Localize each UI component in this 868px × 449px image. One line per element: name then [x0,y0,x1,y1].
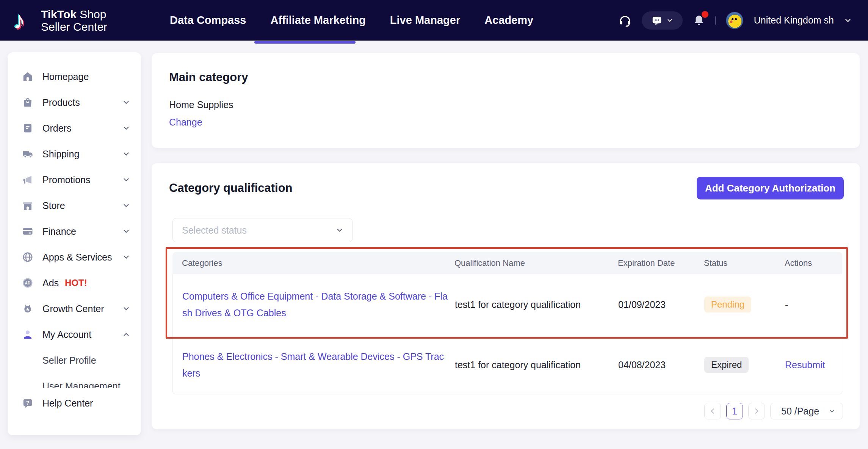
status-filter-select[interactable]: Selected status [172,218,353,242]
status-badge: Pending [704,297,751,312]
sidebar-item-shipping[interactable]: Shipping [8,141,141,167]
sidebar: Homepage Products Orders Shipping [8,52,141,435]
avatar[interactable] [726,12,743,29]
header-divider [715,16,716,25]
chevron-down-icon [335,226,344,234]
credit-card-icon [21,226,34,237]
ads-icon: AD [21,277,34,289]
account-region-label[interactable]: United Kingdom sh [754,15,834,26]
col-categories: Categories [182,258,222,268]
sidebar-menu: Homepage Products Orders Shipping [8,64,141,388]
main-category-title: Main category [169,71,248,84]
pagination: 1 50 /Page [704,403,843,419]
sidebar-item-promotions[interactable]: Promotions [8,167,141,193]
top-header: ♪♪♪ TikTok Shop Seller Center Data Compa… [0,0,868,41]
status-filter-placeholder: Selected status [182,225,247,236]
chevron-down-icon [122,124,130,132]
logo-brand: TikTok [41,8,77,20]
qualification-table: Categories Qualification Name Expiration… [172,252,842,394]
chevron-down-icon [666,17,673,24]
chevron-down-icon [122,227,130,235]
category-qualification-card: Category qualification Add Category Auth… [152,163,860,429]
sidebar-item-user-management[interactable]: User Management [8,373,141,388]
chat-menu-button[interactable] [642,11,683,30]
sidebar-item-homepage[interactable]: Homepage [8,64,141,89]
chevron-down-icon [122,98,130,107]
logo-text: TikTok Shop Seller Center [41,8,107,33]
table-header-row: Categories Qualification Name Expiration… [172,252,842,274]
chevron-right-icon [753,407,760,415]
row-action: - [785,299,788,310]
next-page-button[interactable] [748,403,765,419]
sidebar-item-products[interactable]: Products [8,89,141,115]
shopping-bag-icon [21,97,34,108]
col-expiration-date: Expiration Date [618,258,675,268]
medal-icon [21,303,34,314]
home-icon [21,71,34,82]
col-actions: Actions [785,258,812,268]
storefront-icon [21,200,34,211]
chevron-up-icon [122,330,130,339]
header-actions: United Kingdom sh [618,0,852,41]
tiktok-note-icon: ♪♪♪ [11,7,36,34]
main-category-card: Main category Home Supplies Change [152,53,860,148]
table-row: Computers & Office Equipment - Data Stor… [172,274,842,335]
help-icon: ? [21,397,34,409]
sidebar-item-store[interactable]: Store [8,193,141,218]
sidebar-item-growth-center[interactable]: Growth Center [8,296,141,322]
notification-dot [702,11,708,18]
sidebar-item-my-account[interactable]: My Account [8,322,141,347]
sidebar-item-ads[interactable]: AD Ads HOT! [8,270,141,296]
prev-page-button[interactable] [704,403,721,419]
sidebar-item-finance[interactable]: Finance [8,218,141,244]
table-row: Phones & Electronics - Smart & Wearable … [172,335,842,394]
expiration-date: 01/09/2023 [618,299,666,310]
current-page-button[interactable]: 1 [726,403,743,419]
globe-icon [21,251,34,263]
col-qualification-name: Qualification Name [454,258,525,268]
chevron-down-icon [122,305,130,313]
add-category-authorization-button[interactable]: Add Category Authorization [697,177,844,199]
megaphone-icon [21,174,34,185]
active-tab-underline [254,41,356,44]
page-size-select[interactable]: 50 /Page [770,403,843,419]
orders-document-icon [21,122,34,134]
person-icon [21,329,34,340]
expiration-date: 04/08/2023 [618,359,666,370]
qualification-name: test1 for category qualification [455,359,581,370]
tiktok-shop-logo[interactable]: ♪♪♪ TikTok Shop Seller Center [11,7,107,34]
category-qualification-title: Category qualification [169,181,293,195]
status-badge: Expired [704,357,749,373]
sidebar-item-seller-profile[interactable]: Seller Profile [8,347,141,373]
nav-live-manager[interactable]: Live Manager [390,14,460,27]
top-nav: Data Compass Affiliate Marketing Live Ma… [170,0,533,41]
chat-icon [651,15,663,26]
headset-icon[interactable] [618,14,632,27]
chevron-down-icon [122,253,130,261]
nav-affiliate-marketing[interactable]: Affiliate Marketing [270,14,365,27]
hot-badge: HOT! [65,278,87,288]
nav-academy[interactable]: Academy [484,14,533,27]
category-link[interactable]: Phones & Electronics - Smart & Wearable … [182,348,448,381]
col-status: Status [704,258,727,268]
page-size-value: 50 /Page [781,406,819,417]
sidebar-item-orders[interactable]: Orders [8,115,141,141]
resubmit-link[interactable]: Resubmit [785,359,825,370]
qualification-name: test1 for category qualification [455,299,581,310]
chevron-down-icon [122,150,130,158]
truck-icon [21,148,34,160]
account-chevron-down-icon[interactable] [844,16,852,25]
chevron-down-icon [122,176,130,184]
chevron-left-icon [709,407,716,415]
chevron-down-icon [828,407,836,415]
chevron-down-icon [122,201,130,210]
notifications-bell-icon[interactable] [693,14,705,27]
nav-data-compass[interactable]: Data Compass [170,14,246,27]
sidebar-item-apps-services[interactable]: Apps & Services [8,244,141,270]
change-category-link[interactable]: Change [169,117,202,128]
main-category-value: Home Supplies [169,99,233,110]
sidebar-item-help-center[interactable]: ? Help Center [8,392,141,414]
svg-text:AD: AD [25,281,30,285]
category-link[interactable]: Computers & Office Equipment - Data Stor… [182,288,448,321]
svg-text:?: ? [26,400,29,406]
